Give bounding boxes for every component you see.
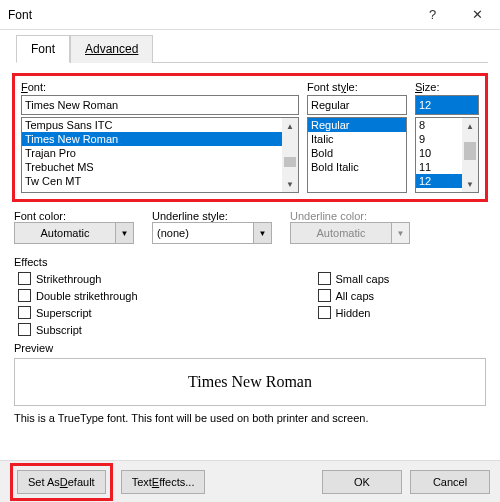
dialog-body: Font Advanced Font: Tempus Sans ITC Time… xyxy=(0,30,500,442)
set-default-button[interactable]: Set As Default xyxy=(17,470,106,494)
list-item[interactable]: Tw Cen MT xyxy=(22,174,282,188)
list-item[interactable]: Regular xyxy=(308,118,406,132)
list-item[interactable]: 8 xyxy=(416,118,462,132)
checkbox-superscript[interactable]: Superscript xyxy=(18,306,138,319)
effects-label: Effects xyxy=(14,256,488,268)
list-item[interactable]: 9 xyxy=(416,132,462,146)
chevron-down-icon: ▼ xyxy=(115,223,133,243)
preview-hint: This is a TrueType font. This font will … xyxy=(14,412,486,424)
list-item[interactable]: Trajan Pro xyxy=(22,146,282,160)
scroll-down-icon[interactable]: ▼ xyxy=(282,176,298,192)
list-item[interactable]: Times New Roman xyxy=(22,132,282,146)
font-listbox[interactable]: Tempus Sans ITC Times New Roman Trajan P… xyxy=(21,117,299,193)
list-item[interactable]: Trebuchet MS xyxy=(22,160,282,174)
list-item[interactable]: 11 xyxy=(416,160,462,174)
text-effects-button[interactable]: Text Effects... xyxy=(121,470,206,494)
size-listbox[interactable]: 8 9 10 11 12 ▲ ▼ xyxy=(415,117,479,193)
list-item[interactable]: Tempus Sans ITC xyxy=(22,118,282,132)
ok-button[interactable]: OK xyxy=(322,470,402,494)
checkbox-strikethrough[interactable]: Strikethrough xyxy=(18,272,138,285)
list-item[interactable]: Bold Italic xyxy=(308,160,406,174)
window-title: Font xyxy=(0,8,32,22)
fontstyle-label: Font style: xyxy=(307,81,407,93)
font-size-input[interactable] xyxy=(415,95,479,115)
list-item[interactable]: Bold xyxy=(308,146,406,160)
tab-strip: Font Advanced xyxy=(16,34,488,63)
checkbox-small-caps[interactable]: Small caps xyxy=(318,272,390,285)
scroll-down-icon[interactable]: ▼ xyxy=(462,176,478,192)
font-selection-highlight: Font: Tempus Sans ITC Times New Roman Tr… xyxy=(12,73,488,202)
checkbox-subscript[interactable]: Subscript xyxy=(18,323,138,336)
close-button[interactable]: ✕ xyxy=(455,0,500,30)
scroll-up-icon[interactable]: ▲ xyxy=(282,118,298,134)
set-default-highlight: Set As Default xyxy=(10,463,113,501)
checkbox-all-caps[interactable]: All caps xyxy=(318,289,390,302)
dialog-footer: Set As Default Text Effects... OK Cancel xyxy=(0,460,500,502)
help-button[interactable]: ? xyxy=(410,0,455,30)
font-color-label: Font color: xyxy=(14,210,134,222)
font-style-input[interactable] xyxy=(307,95,407,115)
scroll-up-icon[interactable]: ▲ xyxy=(462,118,478,134)
tab-advanced[interactable]: Advanced xyxy=(70,35,153,63)
preview-box: Times New Roman xyxy=(14,358,486,406)
font-scrollbar[interactable]: ▲ ▼ xyxy=(282,118,298,192)
tab-font[interactable]: Font xyxy=(16,35,70,63)
size-scrollbar[interactable]: ▲ ▼ xyxy=(462,118,478,192)
titlebar: Font ? ✕ xyxy=(0,0,500,30)
underline-color-combo: Automatic ▼ xyxy=(290,222,410,244)
chevron-down-icon: ▼ xyxy=(391,223,409,243)
list-item[interactable]: Italic xyxy=(308,132,406,146)
font-name-input[interactable] xyxy=(21,95,299,115)
checkbox-double-strikethrough[interactable]: Double strikethrough xyxy=(18,289,138,302)
chevron-down-icon: ▼ xyxy=(253,223,271,243)
font-color-combo[interactable]: Automatic ▼ xyxy=(14,222,134,244)
size-label: Size: xyxy=(415,81,479,93)
font-label: Font: xyxy=(21,81,299,93)
preview-label: Preview xyxy=(14,342,488,354)
checkbox-hidden[interactable]: Hidden xyxy=(318,306,390,319)
underline-style-label: Underline style: xyxy=(152,210,272,222)
underline-style-combo[interactable]: (none) ▼ xyxy=(152,222,272,244)
list-item[interactable]: 10 xyxy=(416,146,462,160)
list-item[interactable]: 12 xyxy=(416,174,462,188)
style-listbox[interactable]: Regular Italic Bold Bold Italic xyxy=(307,117,407,193)
cancel-button[interactable]: Cancel xyxy=(410,470,490,494)
underline-color-label: Underline color: xyxy=(290,210,410,222)
